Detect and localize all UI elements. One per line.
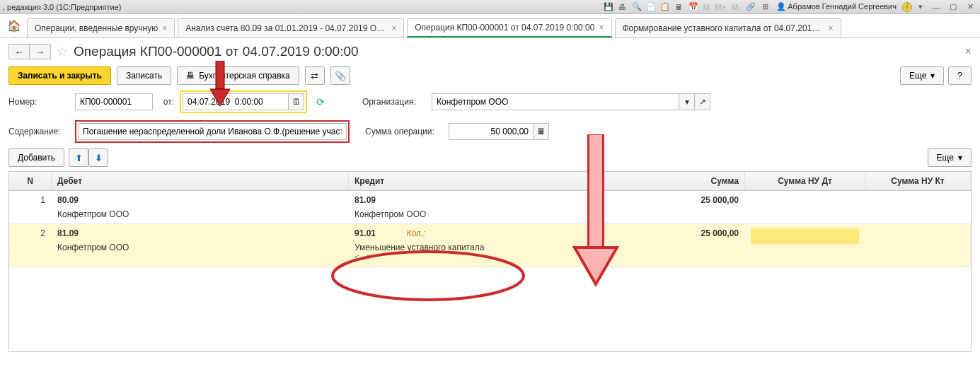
app-title: , редакция 3.0 (1С:Предприятие): [3, 3, 122, 11]
calendar-icon[interactable]: 📅: [688, 1, 699, 13]
table-row[interactable]: 2 81.09 Конфетпром ООО 91.01 Кол.: Умень…: [9, 224, 971, 267]
move-up-icon[interactable]: ⬆: [69, 148, 88, 167]
move-down-icon[interactable]: ⬇: [88, 148, 108, 167]
sum-label: Сумма операции:: [365, 127, 443, 136]
maximize-icon[interactable]: ▢: [946, 1, 960, 13]
nav-forward-button[interactable]: →: [30, 44, 51, 59]
tab-label: Формирование уставного капитала от 04.07…: [623, 23, 824, 33]
button-label: Бухгалтерская справка: [199, 71, 290, 81]
col-credit[interactable]: Кредит: [349, 172, 596, 190]
datepicker-icon[interactable]: 🗓: [289, 93, 304, 110]
date-input[interactable]: [183, 93, 289, 110]
calc-icon[interactable]: 🖩: [674, 1, 685, 13]
m-minus-icon[interactable]: M-: [730, 3, 742, 11]
cell-credit: 91.01 Кол.: Уменьшение уставного капитал…: [349, 224, 596, 267]
tab-operation-active[interactable]: Операция КП00-000001 от 04.07.2019 0:00:…: [407, 18, 611, 37]
mail-icon[interactable]: ⊞: [759, 1, 771, 13]
content-input[interactable]: [78, 123, 347, 140]
cell-sum: 25 000,00: [596, 224, 745, 243]
col-nu-kt[interactable]: Сумма НУ Кт: [865, 172, 971, 190]
entries-table: N Дебет Кредит Сумма Сумма НУ Дт Сумма Н…: [8, 171, 972, 267]
save-button[interactable]: Записать: [117, 66, 171, 85]
print-icon: 🖶: [186, 71, 195, 81]
cell-nukt: [865, 224, 971, 233]
print-icon[interactable]: 🖶: [617, 1, 628, 13]
cell-credit: 81.09 Конфетпром ООО: [349, 191, 596, 223]
preview-icon[interactable]: 🔍: [631, 1, 642, 13]
open-ref-icon[interactable]: ↗: [695, 93, 710, 110]
tab-analysis[interactable]: Анализ счета 80.09 за 01.01.2019 - 04.07…: [178, 18, 404, 37]
from-label: от:: [158, 97, 174, 107]
refresh-icon[interactable]: ⟳: [313, 94, 328, 110]
col-nu-dt[interactable]: Сумма НУ Дт: [745, 172, 865, 190]
help-button[interactable]: ?: [948, 66, 972, 85]
document-area: ← → ☆ Операция КП00-000001 от 04.07.2019…: [0, 38, 980, 358]
cell-nukt: [865, 191, 971, 199]
home-button[interactable]: 🏠: [4, 14, 24, 37]
close-icon[interactable]: ×: [828, 23, 833, 33]
favorite-icon[interactable]: ☆: [57, 44, 68, 59]
cell-n: 1: [9, 191, 52, 209]
attach-icon[interactable]: 📎: [330, 66, 350, 85]
tab-operations[interactable]: Операции, введенные вручную ×: [27, 18, 175, 37]
tab-label: Анализ счета 80.09 за 01.01.2019 - 04.07…: [185, 23, 387, 33]
dropdown-templates-icon[interactable]: ⇄: [305, 66, 325, 85]
cell-debit: 81.09 Конфетпром ООО: [52, 224, 349, 257]
col-sum[interactable]: Сумма: [596, 172, 745, 190]
chevron-down-icon[interactable]: ▾: [679, 93, 695, 110]
m-plus-icon[interactable]: M+: [714, 3, 728, 11]
add-row-button[interactable]: Добавить: [8, 148, 64, 167]
form-row-number: Номер: от: 🗓 ⟳ Организация: ▾ ↗: [8, 91, 972, 113]
page-title: Операция КП00-000001 от 04.07.2019 0:00:…: [74, 44, 359, 59]
close-icon[interactable]: ×: [391, 23, 396, 33]
cell-sum: 25 000,00: [596, 191, 745, 209]
close-icon[interactable]: ×: [599, 23, 604, 33]
number-input[interactable]: [75, 93, 153, 110]
link-icon[interactable]: 🔗: [745, 1, 756, 13]
date-field-highlight: 🗓: [180, 91, 307, 113]
number-label: Номер:: [8, 97, 69, 107]
cell-nudt-edit[interactable]: [745, 224, 865, 248]
system-title-bar: , редакция 3.0 (1С:Предприятие) 💾 🖶 🔍 📄 …: [0, 0, 980, 14]
more-button[interactable]: Еще ▾: [900, 66, 944, 85]
chevron-down-icon: ▾: [958, 153, 962, 163]
tab-capital[interactable]: Формирование уставного капитала от 04.07…: [615, 18, 841, 37]
close-icon[interactable]: ×: [162, 23, 167, 33]
system-toolbar: 💾 🖶 🔍 📄 📋 🖩 📅 M M+ M- 🔗 ⊞ Абрамов Геннад…: [603, 1, 977, 13]
chevron-down-icon: ▾: [930, 71, 935, 81]
dropdown-icon[interactable]: ▾: [915, 1, 926, 13]
cell-debit: 80.09 Конфетпром ООО: [52, 191, 349, 223]
tab-label: Операция КП00-000001 от 04.07.2019 0:00:…: [415, 23, 594, 33]
content-field-highlight: [75, 120, 350, 143]
col-number[interactable]: N: [9, 172, 52, 190]
nav-back-button[interactable]: ←: [8, 44, 30, 59]
paste-icon[interactable]: 📋: [659, 1, 671, 13]
tab-label: Операции, введенные вручную: [35, 23, 158, 33]
cell-nudt: [745, 191, 865, 199]
move-buttons: ⬆ ⬇: [69, 148, 108, 167]
save-and-close-button[interactable]: Записать и закрыть: [8, 66, 111, 85]
m-icon[interactable]: M: [702, 3, 711, 11]
document-form: Номер: от: 🗓 ⟳ Организация: ▾ ↗ Содержан…: [8, 91, 972, 143]
info-icon[interactable]: i: [902, 2, 912, 12]
org-label: Организация:: [362, 97, 426, 107]
current-user[interactable]: Абрамов Геннадий Сергеевич: [776, 2, 897, 11]
tab-strip: 🏠 Операции, введенные вручную × Анализ с…: [0, 14, 980, 38]
org-field: ▾ ↗: [432, 93, 710, 110]
minimize-icon[interactable]: —: [929, 1, 943, 13]
accounting-cert-button[interactable]: 🖶 Бухгалтерская справка: [177, 66, 299, 85]
col-debit[interactable]: Дебет: [52, 172, 349, 190]
copy-icon[interactable]: 📄: [645, 1, 657, 13]
document-header: ← → ☆ Операция КП00-000001 от 04.07.2019…: [8, 44, 972, 59]
cell-n: 2: [9, 224, 52, 243]
table-more-button[interactable]: Еще ▾: [928, 148, 972, 167]
sum-input[interactable]: [449, 123, 534, 140]
table-header: N Дебет Кредит Сумма Сумма НУ Дт Сумма Н…: [9, 172, 971, 191]
command-bar: Записать и закрыть Записать 🖶 Бухгалтерс…: [8, 66, 972, 85]
table-row[interactable]: 1 80.09 Конфетпром ООО 81.09 Конфетпром …: [9, 191, 971, 224]
calculator-icon[interactable]: 🖩: [534, 123, 549, 140]
close-window-icon[interactable]: ✕: [963, 1, 977, 13]
close-document-icon[interactable]: ×: [965, 45, 972, 58]
save-icon[interactable]: 💾: [603, 1, 614, 13]
org-input[interactable]: [432, 93, 679, 110]
